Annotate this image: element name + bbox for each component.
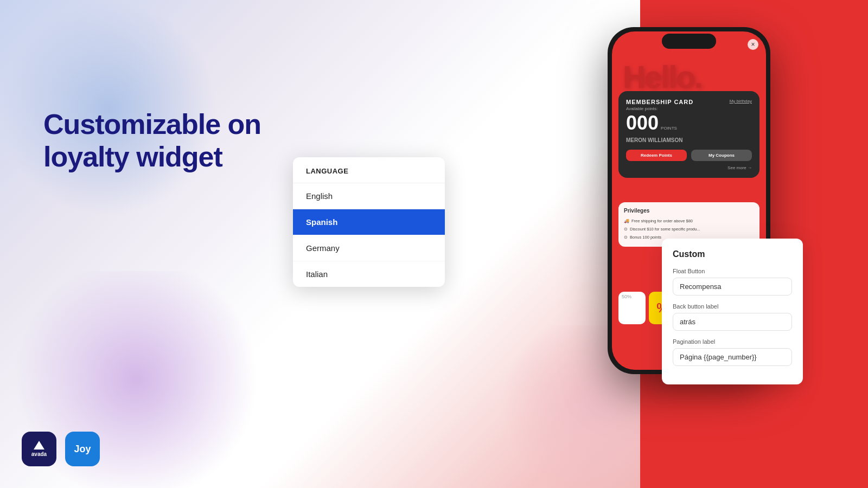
language-dropdown: LANGUAGE English Spanish Germany Italian xyxy=(293,157,445,287)
float-button-label: Float Button xyxy=(673,268,792,274)
hero-title: Customizable on loyalty widget xyxy=(43,108,261,174)
back-button-label: Back button label xyxy=(673,303,792,310)
member-name: MERON WILLIAMSON xyxy=(626,137,752,143)
phone-notch xyxy=(662,34,716,49)
birthday-link[interactable]: My birthday xyxy=(730,99,752,104)
hero-title-line2: loyalty widget xyxy=(43,141,261,174)
privilege-item-1: 🚚 Free shipping for order above $80 xyxy=(624,217,754,225)
shipping-icon: 🚚 xyxy=(624,219,629,223)
card-buttons: Redeem Points My Coupons xyxy=(626,150,752,161)
privilege-text-2: Discount $10 for some specific produ... xyxy=(630,227,700,232)
language-header: LANGUAGE xyxy=(293,157,445,183)
pagination-label: Pagination label xyxy=(673,338,792,345)
avada-logo: avada xyxy=(22,432,56,466)
brand-logos: avada Joy xyxy=(22,432,100,466)
redeem-points-button[interactable]: Redeem Points xyxy=(626,150,687,161)
points-available-label: Available points: xyxy=(626,106,752,111)
back-button-input[interactable]: atrás xyxy=(673,313,792,331)
bonus-icon: ⊙ xyxy=(624,235,628,240)
privilege-item-2: ⊙ Discount $10 for some specific produ..… xyxy=(624,225,754,233)
privilege-text-3: Bonus 100 points xyxy=(630,235,661,240)
my-coupons-button[interactable]: My Coupons xyxy=(691,150,752,161)
pagination-input[interactable]: Página {{page_number}} xyxy=(673,348,792,366)
joy-logo: Joy xyxy=(65,432,100,466)
phone-hello-text: Hello. xyxy=(623,59,702,95)
hero-text: Customizable on loyalty widget xyxy=(43,108,261,174)
privileges-title: Privileges xyxy=(624,208,754,214)
language-item-italian[interactable]: Italian xyxy=(293,261,445,287)
language-item-germany[interactable]: Germany xyxy=(293,235,445,261)
privilege-text-1: Free shipping for order above $80 xyxy=(631,219,693,223)
membership-card: MEMBERSHIP CARD Available points: 000 PO… xyxy=(618,91,760,178)
hero-title-line1: Customizable on xyxy=(43,108,261,141)
see-more-link[interactable]: See more → xyxy=(626,165,752,170)
phone-close-button[interactable]: × xyxy=(748,39,758,50)
language-item-english[interactable]: English xyxy=(293,183,445,209)
points-unit: POINTS xyxy=(661,126,677,131)
custom-panel: Custom Float Button Recompensa Back butt… xyxy=(662,239,803,384)
float-button-input[interactable]: Recompensa xyxy=(673,278,792,296)
discount-icon: ⊙ xyxy=(624,227,628,232)
language-item-spanish[interactable]: Spanish xyxy=(293,209,445,235)
points-value: 000 xyxy=(626,113,659,133)
custom-panel-title: Custom xyxy=(673,249,792,259)
